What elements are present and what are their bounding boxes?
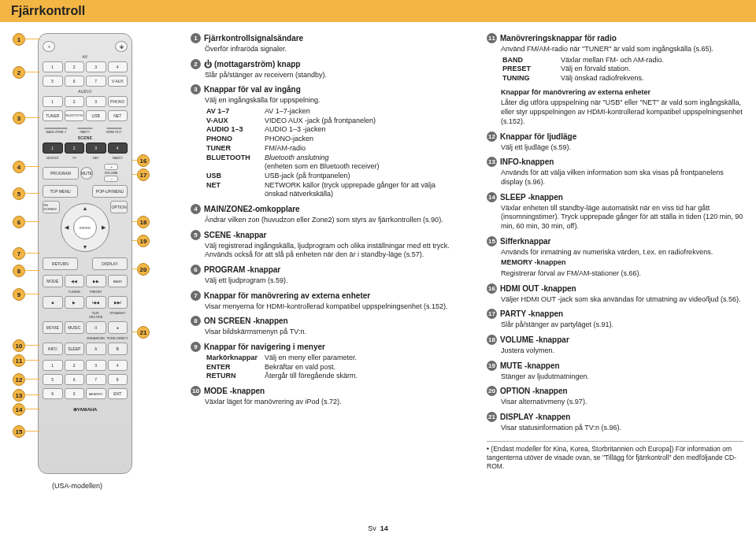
badge-3: 3: [13, 112, 25, 124]
item-13-head: INFO-knappen: [500, 157, 554, 166]
item-6-head: PROGRAM -knappar: [204, 265, 280, 274]
badge-21: 21: [137, 326, 150, 339]
page-footer: Sv 14: [0, 524, 756, 532]
badge-1: 1: [13, 33, 25, 46]
item-17-desc: Slår på/stänger av partyläget (s.91).: [501, 320, 743, 330]
item-4-head: MAIN/ZONE2-omkopplare: [204, 205, 300, 213]
item-14-desc: Växlar enheten till standby-läge automat…: [501, 204, 743, 231]
item-7-head: Knappar för manövrering av externa enhet…: [204, 291, 370, 300]
remote-body: ⎋⏻ AV 1234 567V-AUX AUDIO 123PHONO TUNER…: [38, 33, 132, 474]
badge-20: 20: [137, 263, 150, 276]
item-2-desc: Slår på/stänger av receivern (standby).: [205, 71, 474, 80]
badge-4: 4: [13, 161, 25, 173]
item-6-desc: Välj ett ljudprogram (s.59).: [205, 276, 474, 286]
item-21-head: DISPLAY -knappen: [500, 413, 570, 421]
badge-15: 15: [13, 425, 25, 438]
badge-16: 16: [137, 154, 150, 167]
item-1-head: Fjärrkontrollsignalsändare: [204, 34, 303, 43]
label-audio: AUDIO: [42, 89, 128, 94]
label-scene: SCENE: [42, 135, 128, 140]
page-title: Fjärrkontroll: [0, 0, 756, 22]
item-13-desc: Används för att välja vilken information…: [501, 169, 743, 187]
badge-11: 11: [13, 354, 25, 367]
footnote: • (Endast modeller för Kina, Korea, Stor…: [487, 441, 743, 471]
item-5-desc: Välj registrerad ingångskälla, ljudprogr…: [205, 242, 474, 260]
description-column-2: 11Manövreringsknappar för radio Använd F…: [487, 28, 743, 471]
item-1-desc: Överför infraröda signaler.: [205, 45, 474, 54]
item-12-desc: Välj ett ljudläge (s.59).: [501, 143, 743, 153]
item-10-head: MODE -knappen: [204, 387, 265, 395]
badge-18: 18: [137, 216, 150, 228]
item-11-head: Manövreringsknappar för radio: [500, 34, 617, 43]
item-3-head: Knappar för val av ingång: [204, 85, 301, 94]
item-21-desc: Visar statusinformation på TV:n (s.96).: [501, 424, 743, 433]
badge-9: 9: [13, 288, 25, 301]
item-16-head: HDMI OUT -knappen: [500, 284, 576, 293]
item-5-head: SCENE -knappar: [204, 231, 266, 239]
item-3-desc: Välj en ingångskälla för uppspelning.: [205, 96, 474, 106]
badge-10: 10: [13, 339, 25, 352]
badge-2: 2: [13, 66, 25, 79]
item-19-desc: Stänger av ljudutmatningen.: [501, 372, 743, 382]
item-12-head: Knappar för ljudläge: [500, 132, 576, 141]
badge-13: 13: [13, 389, 25, 402]
item-4-desc: Ändrar vilken zon (huvudzon eller Zone2)…: [205, 216, 474, 225]
svg-text:⊗YAMAHA: ⊗YAMAHA: [73, 407, 98, 412]
item-15b-desc: Registrerar förval av FM/AM-stationer (s…: [501, 269, 743, 279]
item-18-desc: Justera volymen.: [501, 346, 743, 356]
label-av: AV: [42, 54, 128, 59]
item-20-desc: Visar alternativmeny (s.97).: [501, 398, 743, 407]
item-15-head: Sifferknappar: [500, 237, 550, 246]
item-14-head: SLEEP -knappen: [500, 193, 563, 202]
badge-17: 17: [137, 169, 150, 181]
badge-6: 6: [13, 216, 25, 228]
power-icon: ⏻: [204, 60, 212, 69]
badge-14: 14: [13, 403, 25, 416]
item-16-desc: Väljer HDMI OUT -jack som ska användas f…: [501, 295, 743, 305]
item-8-head: ON SCREEN -knappen: [204, 317, 288, 325]
badge-19: 19: [137, 235, 150, 247]
item-2-head: (mottagarström) knapp: [214, 60, 300, 69]
badge-12: 12: [13, 373, 25, 386]
badge-5: 5: [13, 187, 25, 200]
item-10-desc: Växlar läget för manövrering av iPod (s.…: [205, 398, 474, 407]
item-8-desc: Visar bildskärmsmenyn på TV:n.: [205, 328, 474, 337]
item-15b-head: MEMORY -knappen: [501, 258, 743, 268]
item-18-head: VOLUME -knappar: [500, 335, 569, 344]
item-7-desc: Visar menyerna för HDMI-kontrollerad kom…: [205, 302, 474, 312]
brand-logo: ⊗YAMAHA: [42, 405, 128, 415]
remote-column: ⎋⏻ AV 1234 567V-AUX AUDIO 123PHONO TUNER…: [13, 28, 178, 471]
badge-8: 8: [13, 265, 25, 277]
item-15-desc: Används för inmatning av numeriska värde…: [501, 248, 743, 257]
item-11-table: BANDVäxlar mellan FM- och AM-radio. PRES…: [501, 56, 743, 83]
usa-model-note: (USA-modellen): [52, 482, 102, 490]
item-11b-desc: Låter dig utföra uppspelning när "USB" e…: [501, 98, 743, 126]
description-column-1: 1Fjärrkontrollsignalsändare Överför infr…: [191, 28, 474, 471]
item-17-head: PARTY -knappen: [500, 309, 563, 318]
item-11b-head: Knappar för manövrering av externa enhet…: [501, 88, 743, 98]
badge-7: 7: [13, 247, 25, 260]
item-11-desc: Använd FM/AM-radio när "TUNER" är vald s…: [501, 45, 743, 54]
item-3-table: AV 1–7AV 1–7-jacken V-AUXVIDEO AUX -jack…: [205, 107, 474, 199]
item-19-head: MUTE -knappen: [500, 361, 560, 370]
item-20-head: OPTION -knappen: [500, 387, 568, 395]
item-9-table: MarkörknapparVälj en meny eller paramete…: [205, 354, 474, 381]
item-9-head: Knappar för navigering i menyer: [204, 343, 325, 351]
